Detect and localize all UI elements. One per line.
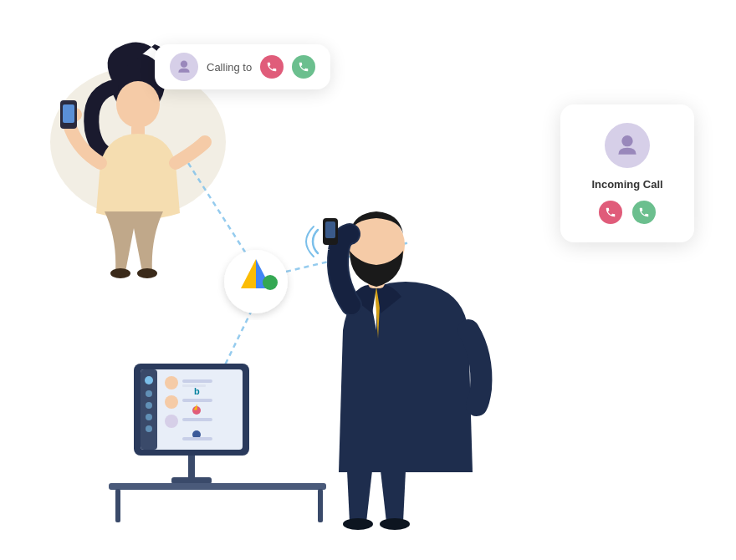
svg-point-31 [165,376,178,389]
end-call-button-bubble[interactable] [260,55,284,79]
svg-point-30 [146,425,152,432]
svg-rect-33 [182,384,206,387]
svg-rect-22 [171,477,212,484]
svg-point-27 [146,390,152,397]
svg-point-19 [343,518,373,530]
svg-marker-12 [241,259,256,288]
calling-label: Calling to [207,61,252,74]
svg-rect-21 [188,454,195,479]
accept-call-button-bubble[interactable] [292,55,315,79]
svg-point-35 [165,395,178,409]
svg-rect-8 [63,104,74,123]
svg-rect-43 [109,483,326,490]
svg-rect-7 [60,100,77,129]
calling-avatar [170,53,198,81]
svg-point-5 [116,81,160,128]
svg-line-2 [286,242,410,272]
svg-line-1 [188,163,258,272]
svg-marker-39 [194,404,197,410]
incoming-avatar [605,123,650,168]
svg-point-11 [224,250,288,313]
svg-point-14 [263,275,278,290]
svg-point-16 [348,215,405,275]
end-call-button-card[interactable] [599,201,622,224]
svg-rect-40 [182,418,212,421]
svg-rect-25 [141,369,157,450]
svg-line-3 [217,302,256,380]
svg-rect-6 [131,125,145,140]
svg-rect-45 [318,489,323,522]
svg-text:b: b [194,386,200,396]
svg-point-29 [146,414,152,420]
svg-rect-32 [182,379,212,383]
svg-point-10 [137,268,157,278]
svg-rect-23 [134,364,249,456]
incoming-call-actions [599,201,656,224]
svg-point-38 [165,415,178,428]
svg-rect-24 [141,369,243,450]
svg-rect-36 [182,399,212,402]
svg-rect-15 [368,268,385,288]
svg-point-20 [380,518,410,530]
svg-rect-44 [115,489,120,522]
svg-point-46 [181,61,187,68]
svg-point-9 [110,268,130,278]
svg-marker-13 [256,259,271,288]
svg-rect-18 [325,221,335,238]
svg-point-0 [50,67,226,217]
svg-point-26 [145,376,153,384]
svg-rect-17 [323,218,338,245]
calling-bubble: Calling to [155,44,330,89]
incoming-call-card: Incoming Call [560,104,694,242]
svg-point-37 [192,406,201,415]
incoming-call-title: Incoming Call [591,178,662,191]
illustration-scene: b Calling to [25,21,711,539]
svg-point-41 [192,430,201,439]
accept-call-button-card[interactable] [632,201,656,224]
svg-point-47 [621,135,632,146]
svg-rect-42 [182,437,212,440]
svg-point-28 [146,402,152,409]
